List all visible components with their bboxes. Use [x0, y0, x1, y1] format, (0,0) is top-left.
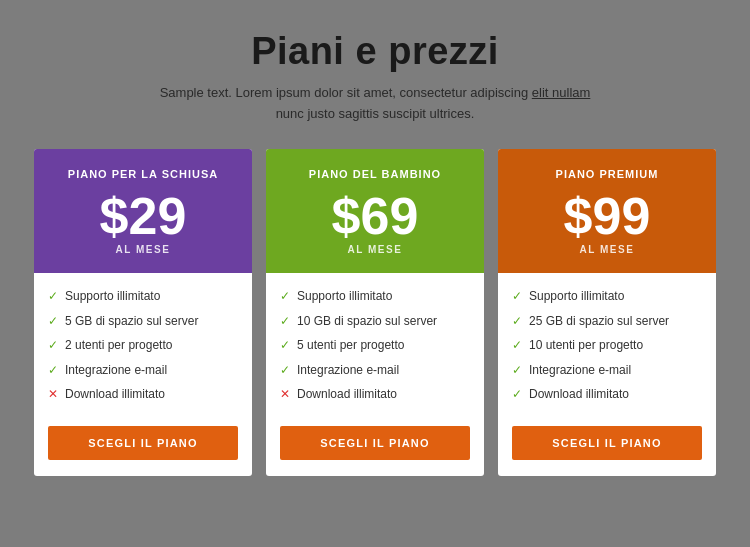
- feature-text-premium-4: Download illimitato: [529, 387, 629, 403]
- feature-text-premium-2: 10 utenti per progetto: [529, 338, 643, 354]
- feature-text-standard-4: Download illimitato: [297, 387, 397, 403]
- plan-card-basic: PIANO PER LA SCHIUSA$29AL MESE✓Supporto …: [34, 149, 252, 476]
- page-wrapper: Piani e prezzi Sample text. Lorem ipsum …: [0, 0, 750, 547]
- cta-button-premium[interactable]: SCEGLI IL PIANO: [512, 426, 702, 460]
- feature-item-premium-2: ✓10 utenti per progetto: [512, 338, 702, 354]
- plan-cta-premium: SCEGLI IL PIANO: [498, 426, 716, 476]
- feature-item-basic-3: ✓Integrazione e-mail: [48, 363, 238, 379]
- feature-text-standard-0: Supporto illimitato: [297, 289, 392, 305]
- plan-features-standard: ✓Supporto illimitato✓10 GB di spazio sul…: [266, 273, 484, 426]
- feature-item-standard-3: ✓Integrazione e-mail: [280, 363, 470, 379]
- feature-text-standard-3: Integrazione e-mail: [297, 363, 399, 379]
- check-yes-icon: ✓: [48, 363, 58, 379]
- plan-header-premium: PIANO PREMIUM$99AL MESE: [498, 149, 716, 273]
- check-yes-icon: ✓: [512, 289, 522, 305]
- feature-item-premium-4: ✓Download illimitato: [512, 387, 702, 403]
- plans-container: PIANO PER LA SCHIUSA$29AL MESE✓Supporto …: [20, 149, 730, 476]
- subtitle-link[interactable]: elit nullam: [532, 85, 591, 100]
- plan-cta-standard: SCEGLI IL PIANO: [266, 426, 484, 476]
- plan-name-basic: PIANO PER LA SCHIUSA: [50, 167, 236, 182]
- plan-price-premium: $99: [514, 190, 700, 242]
- header-section: Piani e prezzi Sample text. Lorem ipsum …: [20, 30, 730, 125]
- check-yes-icon: ✓: [280, 363, 290, 379]
- check-no-icon: ✕: [48, 387, 58, 403]
- plan-header-standard: PIANO DEL BAMBINO$69AL MESE: [266, 149, 484, 273]
- feature-text-premium-0: Supporto illimitato: [529, 289, 624, 305]
- feature-item-premium-1: ✓25 GB di spazio sul server: [512, 314, 702, 330]
- feature-item-standard-1: ✓10 GB di spazio sul server: [280, 314, 470, 330]
- feature-text-basic-1: 5 GB di spazio sul server: [65, 314, 198, 330]
- plan-period-basic: AL MESE: [50, 244, 236, 255]
- check-yes-icon: ✓: [280, 314, 290, 330]
- subtitle-text-2: nunc justo sagittis suscipit ultrices.: [276, 106, 475, 121]
- feature-item-standard-2: ✓5 utenti per progetto: [280, 338, 470, 354]
- feature-text-basic-3: Integrazione e-mail: [65, 363, 167, 379]
- feature-item-premium-3: ✓Integrazione e-mail: [512, 363, 702, 379]
- plan-cta-basic: SCEGLI IL PIANO: [34, 426, 252, 476]
- plan-card-standard: PIANO DEL BAMBINO$69AL MESE✓Supporto ill…: [266, 149, 484, 476]
- check-yes-icon: ✓: [512, 387, 522, 403]
- plan-card-premium: PIANO PREMIUM$99AL MESE✓Supporto illimit…: [498, 149, 716, 476]
- check-no-icon: ✕: [280, 387, 290, 403]
- feature-text-premium-1: 25 GB di spazio sul server: [529, 314, 669, 330]
- subtitle-text-1: Sample text. Lorem ipsum dolor sit amet,…: [160, 85, 529, 100]
- feature-text-standard-1: 10 GB di spazio sul server: [297, 314, 437, 330]
- check-yes-icon: ✓: [512, 338, 522, 354]
- feature-item-basic-4: ✕Download illimitato: [48, 387, 238, 403]
- page-title: Piani e prezzi: [20, 30, 730, 73]
- check-yes-icon: ✓: [48, 314, 58, 330]
- cta-button-basic[interactable]: SCEGLI IL PIANO: [48, 426, 238, 460]
- check-yes-icon: ✓: [280, 338, 290, 354]
- check-yes-icon: ✓: [48, 289, 58, 305]
- feature-item-basic-2: ✓2 utenti per progetto: [48, 338, 238, 354]
- feature-item-standard-0: ✓Supporto illimitato: [280, 289, 470, 305]
- plan-price-standard: $69: [282, 190, 468, 242]
- plan-name-premium: PIANO PREMIUM: [514, 167, 700, 182]
- plan-features-premium: ✓Supporto illimitato✓25 GB di spazio sul…: [498, 273, 716, 426]
- feature-item-standard-4: ✕Download illimitato: [280, 387, 470, 403]
- check-yes-icon: ✓: [280, 289, 290, 305]
- subtitle: Sample text. Lorem ipsum dolor sit amet,…: [20, 83, 730, 125]
- feature-item-basic-1: ✓5 GB di spazio sul server: [48, 314, 238, 330]
- check-yes-icon: ✓: [48, 338, 58, 354]
- plan-name-standard: PIANO DEL BAMBINO: [282, 167, 468, 182]
- cta-button-standard[interactable]: SCEGLI IL PIANO: [280, 426, 470, 460]
- check-yes-icon: ✓: [512, 363, 522, 379]
- feature-text-basic-4: Download illimitato: [65, 387, 165, 403]
- feature-text-standard-2: 5 utenti per progetto: [297, 338, 404, 354]
- plan-period-premium: AL MESE: [514, 244, 700, 255]
- feature-text-basic-0: Supporto illimitato: [65, 289, 160, 305]
- feature-item-basic-0: ✓Supporto illimitato: [48, 289, 238, 305]
- plan-features-basic: ✓Supporto illimitato✓5 GB di spazio sul …: [34, 273, 252, 426]
- plan-price-basic: $29: [50, 190, 236, 242]
- feature-item-premium-0: ✓Supporto illimitato: [512, 289, 702, 305]
- plan-period-standard: AL MESE: [282, 244, 468, 255]
- check-yes-icon: ✓: [512, 314, 522, 330]
- plan-header-basic: PIANO PER LA SCHIUSA$29AL MESE: [34, 149, 252, 273]
- feature-text-basic-2: 2 utenti per progetto: [65, 338, 172, 354]
- feature-text-premium-3: Integrazione e-mail: [529, 363, 631, 379]
